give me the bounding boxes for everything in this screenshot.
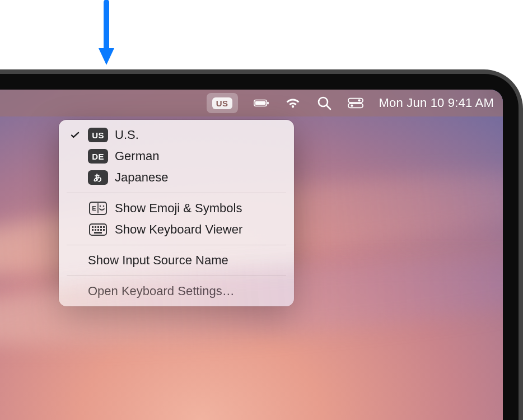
menu-item-label: Open Keyboard Settings… — [88, 284, 284, 298]
svg-rect-26 — [103, 229, 105, 231]
svg-rect-27 — [94, 232, 102, 234]
menu-bar: US — [0, 90, 503, 116]
menu-item-label: Japanese — [115, 170, 284, 185]
svg-point-13 — [100, 206, 101, 207]
menu-item-open-keyboard-settings[interactable]: Open Keyboard Settings… — [59, 281, 294, 302]
language-badge-ja: あ — [88, 170, 108, 185]
menu-item-show-emoji[interactable]: E Show Emoji & Symbols — [59, 198, 294, 219]
menu-item-show-keyboard-viewer[interactable]: Show Keyboard Viewer — [59, 219, 294, 240]
svg-rect-24 — [97, 229, 99, 231]
input-source-item-us[interactable]: US U.S. — [59, 124, 294, 146]
svg-rect-25 — [100, 229, 102, 231]
menu-item-label: German — [115, 149, 284, 164]
input-source-menu-extra[interactable]: US — [207, 93, 238, 113]
svg-rect-22 — [92, 229, 94, 231]
svg-rect-9 — [348, 104, 363, 108]
menu-item-label: U.S. — [115, 128, 284, 142]
menu-item-label: Show Keyboard Viewer — [115, 222, 284, 237]
menubar-clock[interactable]: Mon Jun 10 9:41 AM — [379, 96, 494, 110]
svg-marker-1 — [99, 48, 114, 65]
battery-icon[interactable] — [254, 95, 269, 111]
keyboard-icon — [89, 223, 107, 236]
svg-text:E: E — [92, 205, 96, 212]
language-badge-us: US — [88, 128, 108, 142]
svg-rect-18 — [95, 226, 96, 228]
svg-rect-23 — [95, 229, 96, 231]
device-frame: US — [0, 69, 523, 420]
menu-item-label: Show Input Source Name — [88, 253, 284, 268]
control-center-icon[interactable] — [348, 95, 363, 111]
input-source-item-german[interactable]: DE German — [59, 146, 294, 167]
svg-rect-7 — [348, 99, 363, 102]
menu-separator — [67, 193, 286, 193]
screen: US — [0, 90, 503, 420]
checkmark-icon — [69, 130, 81, 140]
input-source-item-japanese[interactable]: あ Japanese — [59, 167, 294, 188]
menu-separator — [67, 245, 286, 245]
svg-rect-20 — [100, 226, 102, 228]
svg-point-8 — [358, 99, 360, 101]
input-source-menu: US U.S. DE German あ Japanese — [59, 120, 294, 306]
wifi-icon[interactable] — [285, 95, 301, 111]
language-badge-de: DE — [88, 149, 108, 164]
menu-item-show-input-source-name[interactable]: Show Input Source Name — [59, 250, 294, 271]
menu-separator — [67, 276, 286, 276]
svg-point-10 — [351, 105, 353, 107]
annotation-arrow — [95, 0, 118, 67]
svg-rect-3 — [255, 101, 265, 105]
spotlight-icon[interactable] — [316, 95, 332, 111]
svg-rect-4 — [267, 102, 269, 105]
svg-rect-21 — [103, 226, 105, 228]
character-viewer-icon: E — [89, 202, 107, 215]
svg-line-6 — [326, 105, 330, 109]
input-source-badge: US — [212, 97, 232, 109]
svg-rect-17 — [92, 226, 94, 228]
menu-item-label: Show Emoji & Symbols — [115, 201, 284, 216]
svg-rect-19 — [97, 226, 99, 228]
svg-point-14 — [103, 206, 105, 207]
